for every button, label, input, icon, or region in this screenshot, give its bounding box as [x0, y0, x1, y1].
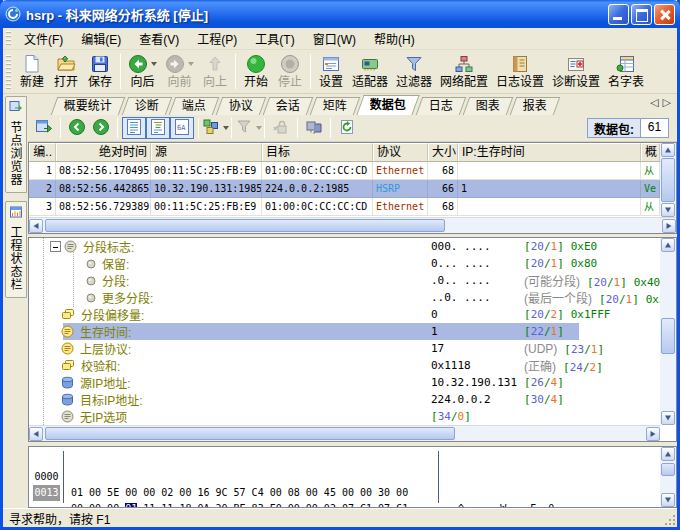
hex-ascii[interactable]: ..^......W....E..0.	[446, 501, 560, 508]
menu-project[interactable]: 工程(P)	[188, 28, 246, 49]
column-options-button[interactable]	[203, 117, 227, 139]
tree-vscrollbar[interactable]	[660, 238, 676, 425]
adapter-button[interactable]: 适配器	[348, 50, 392, 93]
byte-field-icon	[61, 325, 74, 338]
back-button[interactable]: 向后	[124, 50, 161, 93]
hex-row-1[interactable]: 0000 01 00 5E 00 00 02 00 16 9C 57 C4 00…	[29, 453, 660, 469]
scroll-thumb[interactable]	[45, 427, 455, 440]
tab-conversations[interactable]: 会话	[263, 97, 314, 115]
col-destination[interactable]: 目标	[262, 143, 373, 161]
toggle-hex-pane-button[interactable]: 6A	[170, 117, 194, 139]
menu-help[interactable]: 帮助(H)	[365, 28, 424, 49]
packet-row-1[interactable]: 1 08:52:56.170495 00:11:5C:25:FB:E9 01:0…	[29, 162, 660, 180]
hex-bytes[interactable]: 00 00 00 01 11 11 18 0A 20 BE 83 E0 00 0…	[71, 501, 408, 508]
scroll-left-button[interactable]	[29, 219, 43, 233]
tree-row-fragment[interactable]: 分段: .0.. .... (可能分段)[20/1]0x40	[29, 272, 660, 289]
tab-diagnosis[interactable]: 诊断	[122, 97, 173, 115]
scroll-down-button[interactable]	[661, 493, 675, 507]
tree-hscrollbar[interactable]	[29, 425, 660, 441]
start-button[interactable]: 开始	[239, 50, 273, 93]
open-button[interactable]: 打开	[49, 50, 83, 93]
tree-row-ttl-selected[interactable]: 生存时间: 1 [22/1]	[29, 323, 660, 340]
collapse-toggle-icon[interactable]	[50, 241, 61, 252]
column-options-caret[interactable]	[223, 126, 229, 130]
tab-charts[interactable]: 图表	[463, 97, 514, 115]
scroll-thumb[interactable]	[661, 463, 675, 476]
new-button[interactable]: 新建	[15, 50, 49, 93]
tree-row-protocol[interactable]: 上层协议: 17 (UDP)[23/1]	[29, 340, 660, 357]
tab-summary[interactable]: 概要统计	[51, 97, 126, 115]
menu-file[interactable]: 文件(F)	[15, 28, 72, 49]
make-filter-button[interactable]	[302, 117, 326, 139]
menu-tools[interactable]: 工具(T)	[246, 28, 303, 49]
filter-button[interactable]: 过滤器	[392, 50, 436, 93]
scroll-down-button[interactable]	[661, 411, 675, 425]
toggle-detail-pane-button[interactable]	[146, 117, 170, 139]
scroll-right-button[interactable]	[662, 219, 676, 233]
packet-row-2-selected[interactable]: 2 08:52:56.442865 10.32.190.131:1985 224…	[29, 180, 660, 198]
tree-row-frag-flags[interactable]: 分段标志: 000. .... [20/1]0xE0	[29, 238, 660, 255]
col-time[interactable]: 绝对时间	[56, 143, 151, 161]
tab-scroll-left-icon[interactable]: ◁	[650, 96, 658, 109]
scroll-up-button[interactable]	[661, 143, 675, 157]
scroll-thumb[interactable]	[661, 318, 675, 354]
sidebar-tab-project-status[interactable]: 工程状态栏	[5, 201, 27, 298]
col-summary[interactable]: 概	[641, 143, 660, 161]
scroll-up-button[interactable]	[661, 447, 675, 461]
back-dropdown-caret[interactable]	[151, 62, 157, 66]
sidebar-tab-node-browser[interactable]: 节点浏览器	[5, 96, 27, 193]
menu-edit[interactable]: 编辑(E)	[72, 28, 130, 49]
scroll-thumb[interactable]	[45, 219, 445, 232]
hex-bytes[interactable]: 01 00 5E 00 00 02 00 16 9C 57 C4 00 08 0…	[71, 485, 408, 501]
tab-protocols[interactable]: 协议	[216, 97, 267, 115]
tree-row-no-ip-options[interactable]: 无IP选项 [34/0]	[29, 408, 660, 425]
settings-icon	[321, 54, 341, 75]
log-settings-button[interactable]: 日志设置	[492, 50, 548, 93]
packet-window-button[interactable]	[32, 117, 56, 139]
col-no[interactable]: 编..	[29, 143, 56, 161]
col-protocol[interactable]: 协议	[373, 143, 428, 161]
tab-logs[interactable]: 日志	[416, 97, 467, 115]
tree-row-source-ip[interactable]: 源IP地址: 10.32.190.131 [26/4]	[29, 374, 660, 391]
toolbar-grip[interactable]	[6, 55, 11, 89]
tab-reports[interactable]: 报表	[510, 97, 561, 115]
scroll-down-button[interactable]	[661, 203, 675, 217]
scroll-left-button[interactable]	[29, 427, 43, 441]
next-packet-button[interactable]	[89, 117, 113, 139]
packet-list-hscrollbar[interactable]	[29, 217, 676, 233]
close-button[interactable]	[654, 4, 675, 25]
scroll-thumb[interactable]	[661, 158, 675, 202]
maximize-button[interactable]	[631, 4, 652, 25]
menu-grip[interactable]	[6, 31, 11, 46]
resize-grip[interactable]	[673, 523, 675, 525]
tree-row-more-fragments[interactable]: 更多分段: ..0. .... (最后一个段)[20/1]0x20	[29, 289, 660, 306]
tree-row-frag-offset[interactable]: 分段偏移量: 0 [20/2]0x1FFF	[29, 306, 660, 323]
scroll-right-button[interactable]	[646, 427, 660, 441]
menu-window[interactable]: 窗口(W)	[304, 28, 365, 49]
hex-row-2[interactable]: 0013 00 00 00 01 11 11 18 0A 20 BE 83 E0…	[29, 469, 660, 485]
refresh-button[interactable]	[335, 117, 359, 139]
prev-packet-button[interactable]	[65, 117, 89, 139]
hex-vscrollbar[interactable]	[660, 447, 676, 507]
tree-row-reserved[interactable]: 保留: 0... .... [20/1]0x80	[29, 255, 660, 272]
menu-view[interactable]: 查看(V)	[130, 28, 188, 49]
minimize-button[interactable]	[608, 4, 629, 25]
tab-scroll-right-icon[interactable]: ▷	[663, 96, 671, 109]
tab-matrix[interactable]: 矩阵	[310, 97, 361, 115]
scroll-up-button[interactable]	[661, 238, 675, 252]
settings-button[interactable]: 设置	[314, 50, 348, 93]
col-ttl[interactable]: IP:生存时间	[458, 143, 641, 161]
save-button[interactable]: 保存	[83, 50, 117, 93]
tree-row-dest-ip[interactable]: 目标IP地址: 224.0.0.2 [30/4]	[29, 391, 660, 408]
name-table-button[interactable]: 名字表	[604, 50, 648, 93]
toggle-list-pane-button[interactable]	[122, 117, 146, 139]
network-config-button[interactable]: 网络配置	[436, 50, 492, 93]
packet-row-3[interactable]: 3 08:52:56.729389 00:11:5C:25:FB:E9 01:0…	[29, 198, 660, 216]
col-source[interactable]: 源	[151, 143, 262, 161]
tree-row-checksum[interactable]: 校验和: 0x1118 (正确)[24/2]	[29, 357, 660, 374]
diagnosis-settings-button[interactable]: 诊断设置	[548, 50, 604, 93]
tab-endpoints[interactable]: 端点	[169, 97, 220, 115]
col-size[interactable]: 大小	[428, 143, 458, 161]
packet-list-vscrollbar[interactable]	[660, 143, 676, 217]
tab-packets[interactable]: 数据包	[356, 95, 419, 115]
